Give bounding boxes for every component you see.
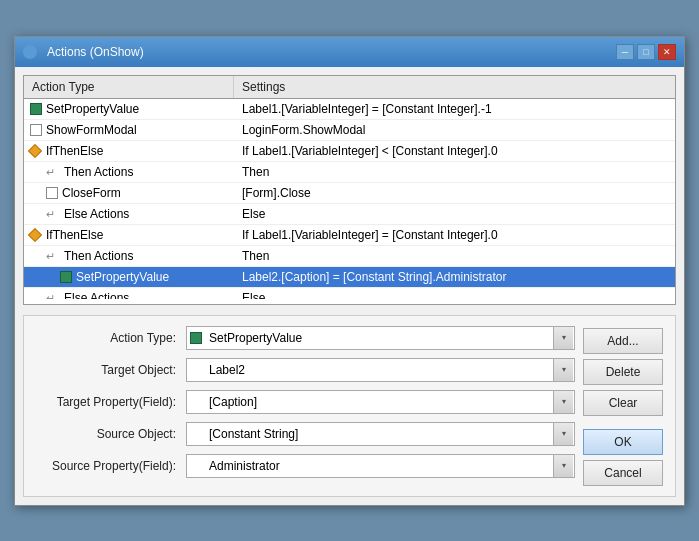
- table-cell-settings: Then: [234, 246, 675, 266]
- ok-button[interactable]: OK: [583, 429, 663, 455]
- target-property-label: Target Property(Field):: [36, 395, 186, 409]
- table-body[interactable]: SetPropertyValueLabel1.[VariableInteger]…: [24, 99, 675, 299]
- actions-table: Action Type Settings SetPropertyValueLab…: [23, 75, 676, 305]
- green-square-icon: [30, 103, 42, 115]
- minimize-button[interactable]: ─: [616, 44, 634, 60]
- diamond-icon: [28, 228, 42, 242]
- table-cell-action-type: SetPropertyValue: [24, 99, 234, 119]
- table-cell-action-type: IfThenElse: [24, 141, 234, 161]
- source-object-row: Source Object: [Constant String] ▾: [36, 422, 575, 446]
- window-title: Actions (OnShow): [47, 45, 144, 59]
- window-icon: [23, 45, 37, 59]
- table-row[interactable]: ↵Then ActionsThen: [24, 162, 675, 183]
- window-content: Action Type Settings SetPropertyValueLab…: [15, 67, 684, 505]
- table-cell-action-type: ↵Else Actions: [24, 204, 234, 224]
- action-type-control: SetPropertyValue ▾: [186, 326, 575, 350]
- table-cell-settings: Else: [234, 288, 675, 299]
- table-cell-settings: Else: [234, 204, 675, 224]
- form-section: Action Type: SetPropertyValue ▾ Target O…: [23, 315, 676, 497]
- form-buttons: Add... Delete Clear OK Cancel: [583, 326, 663, 486]
- title-bar-buttons: ─ □ ✕: [616, 44, 676, 60]
- source-property-label: Source Property(Field):: [36, 459, 186, 473]
- table-cell-settings: Label1.[VariableInteger] = [Constant Int…: [234, 99, 675, 119]
- arrow-icon: ↵: [46, 250, 60, 262]
- doc-icon: [30, 124, 42, 136]
- arrow-icon: ↵: [46, 166, 60, 178]
- form-fields: Action Type: SetPropertyValue ▾ Target O…: [36, 326, 575, 486]
- table-row[interactable]: SetPropertyValueLabel2.[Caption] = [Cons…: [24, 267, 675, 288]
- col-settings: Settings: [234, 76, 675, 98]
- table-cell-settings: If Label1.[VariableInteger] < [Constant …: [234, 141, 675, 161]
- table-row[interactable]: ↵Else ActionsElse: [24, 288, 675, 299]
- table-cell-action-type: ↵Else Actions: [24, 288, 234, 299]
- table-cell-settings: Label2.[Caption] = [Constant String].Adm…: [234, 267, 675, 287]
- action-type-select[interactable]: SetPropertyValue: [186, 326, 575, 350]
- target-property-control: [Caption] ▾: [186, 390, 575, 414]
- arrow-icon: ↵: [46, 208, 60, 220]
- table-row[interactable]: IfThenElseIf Label1.[VariableInteger] < …: [24, 141, 675, 162]
- table-row[interactable]: SetPropertyValueLabel1.[VariableInteger]…: [24, 99, 675, 120]
- table-cell-action-type: CloseForm: [24, 183, 234, 203]
- arrow-icon: ↵: [46, 292, 60, 298]
- action-type-icon: [190, 332, 202, 344]
- target-object-select[interactable]: Label2: [186, 358, 575, 382]
- table-row[interactable]: IfThenElseIf Label1.[VariableInteger] = …: [24, 225, 675, 246]
- target-object-control: Label2 ▾: [186, 358, 575, 382]
- diamond-icon: [28, 144, 42, 158]
- table-cell-action-type: SetPropertyValue: [24, 267, 234, 287]
- table-cell-action-type: IfThenElse: [24, 225, 234, 245]
- close-button[interactable]: ✕: [658, 44, 676, 60]
- delete-button[interactable]: Delete: [583, 359, 663, 385]
- main-window: Actions (OnShow) ─ □ ✕ Action Type Setti…: [14, 36, 685, 506]
- source-object-label: Source Object:: [36, 427, 186, 441]
- table-row[interactable]: ↵Then ActionsThen: [24, 246, 675, 267]
- title-bar-left: Actions (OnShow): [23, 45, 144, 59]
- doc-icon: [46, 187, 58, 199]
- source-property-select[interactable]: Administrator: [186, 454, 575, 478]
- cancel-button[interactable]: Cancel: [583, 460, 663, 486]
- col-action-type: Action Type: [24, 76, 234, 98]
- target-object-label: Target Object:: [36, 363, 186, 377]
- table-cell-action-type: ↵Then Actions: [24, 246, 234, 266]
- action-type-row: Action Type: SetPropertyValue ▾: [36, 326, 575, 350]
- target-property-select[interactable]: [Caption]: [186, 390, 575, 414]
- table-row[interactable]: ShowFormModalLoginForm.ShowModal: [24, 120, 675, 141]
- table-cell-action-type: ShowFormModal: [24, 120, 234, 140]
- table-cell-settings: Then: [234, 162, 675, 182]
- table-cell-action-type: ↵Then Actions: [24, 162, 234, 182]
- table-header: Action Type Settings: [24, 76, 675, 99]
- source-property-row: Source Property(Field): Administrator ▾: [36, 454, 575, 478]
- source-object-control: [Constant String] ▾: [186, 422, 575, 446]
- source-object-select[interactable]: [Constant String]: [186, 422, 575, 446]
- title-bar: Actions (OnShow) ─ □ ✕: [15, 37, 684, 67]
- table-cell-settings: If Label1.[VariableInteger] = [Constant …: [234, 225, 675, 245]
- table-cell-settings: LoginForm.ShowModal: [234, 120, 675, 140]
- target-object-row: Target Object: Label2 ▾: [36, 358, 575, 382]
- target-property-row: Target Property(Field): [Caption] ▾: [36, 390, 575, 414]
- maximize-button[interactable]: □: [637, 44, 655, 60]
- table-row[interactable]: ↵Else ActionsElse: [24, 204, 675, 225]
- table-row[interactable]: CloseForm[Form].Close: [24, 183, 675, 204]
- source-property-control: Administrator ▾: [186, 454, 575, 478]
- action-type-label: Action Type:: [36, 331, 186, 345]
- green-square-icon: [60, 271, 72, 283]
- table-cell-settings: [Form].Close: [234, 183, 675, 203]
- clear-button[interactable]: Clear: [583, 390, 663, 416]
- add-button[interactable]: Add...: [583, 328, 663, 354]
